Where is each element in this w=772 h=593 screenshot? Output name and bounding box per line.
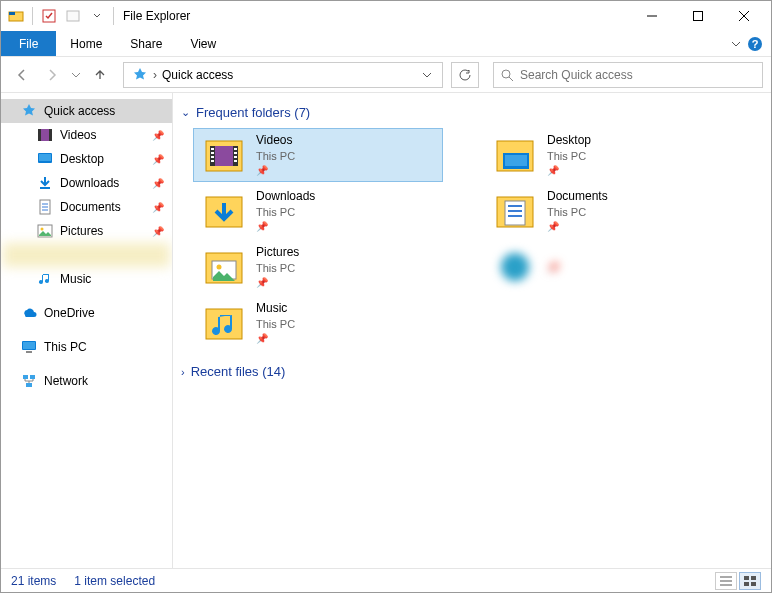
folder-icon (202, 190, 246, 232)
svg-text:?: ? (752, 38, 759, 50)
sidebar-item-redacted (3, 243, 170, 267)
pin-icon: 📌 (547, 220, 608, 233)
address-bar[interactable]: › Quick access (123, 62, 443, 88)
folder-location: This PC (256, 205, 315, 219)
status-bar: 21 items 1 item selected (1, 568, 771, 592)
svg-rect-44 (505, 155, 527, 166)
svg-rect-5 (694, 12, 703, 21)
sidebar-item-label: Quick access (44, 104, 115, 118)
sidebar-item-music[interactable]: Music (1, 267, 172, 291)
pin-icon: 📌 (152, 154, 164, 165)
recent-locations-button[interactable] (69, 62, 83, 88)
sidebar-item-desktop[interactable]: Desktop 📌 (1, 147, 172, 171)
svg-rect-1 (9, 12, 15, 15)
back-button[interactable] (9, 62, 35, 88)
folder-item[interactable]: VideosThis PC📌 (193, 128, 443, 182)
svg-rect-60 (751, 576, 756, 580)
folder-info: VideosThis PC📌 (256, 133, 295, 177)
sidebar-item-quick-access[interactable]: Quick access (1, 99, 172, 123)
folder-name: Desktop (547, 133, 591, 149)
address-dropdown-icon[interactable] (416, 64, 438, 86)
tab-file[interactable]: File (1, 31, 56, 56)
svg-point-53 (217, 265, 222, 270)
quick-access-star-icon (132, 67, 148, 83)
new-folder-icon[interactable] (62, 5, 84, 27)
up-button[interactable] (87, 62, 113, 88)
folder-name: Videos (256, 133, 295, 149)
folder-icon (202, 134, 246, 176)
folder-item[interactable]: DownloadsThis PC📌 (193, 184, 443, 238)
breadcrumb[interactable]: › Quick access (128, 67, 237, 83)
folder-item[interactable]: DesktopThis PC📌 (484, 128, 734, 182)
tab-view[interactable]: View (176, 31, 230, 56)
pin-icon: 📌 (547, 261, 559, 274)
window-controls (629, 1, 767, 31)
status-selected-count: 1 item selected (74, 574, 155, 588)
large-icons-view-button[interactable] (739, 572, 761, 590)
refresh-button[interactable] (451, 62, 479, 88)
folder-info: DownloadsThis PC📌 (256, 189, 315, 233)
forward-button[interactable] (39, 62, 65, 88)
folder-location: This PC (547, 149, 591, 163)
sidebar-item-network[interactable]: Network (1, 369, 172, 393)
network-icon (21, 373, 37, 389)
svg-rect-16 (39, 154, 51, 161)
folder-item[interactable]: PicturesThis PC📌 (193, 240, 443, 294)
sidebar-item-label: Pictures (60, 224, 103, 238)
chevron-right-icon: › (181, 366, 185, 378)
folder-location: This PC (256, 317, 295, 331)
maximize-button[interactable] (675, 1, 721, 31)
svg-point-10 (502, 70, 510, 78)
pin-icon: 📌 (152, 178, 164, 189)
onedrive-icon (21, 305, 37, 321)
sidebar-item-onedrive[interactable]: OneDrive (1, 301, 172, 325)
search-box[interactable] (493, 62, 763, 88)
svg-rect-28 (30, 375, 35, 379)
pin-icon: 📌 (256, 164, 295, 177)
group-label: Frequent folders (7) (196, 105, 310, 120)
group-frequent-folders[interactable]: ⌄ Frequent folders (7) (175, 101, 769, 124)
content-pane: ⌄ Frequent folders (7) VideosThis PC📌Des… (173, 93, 771, 568)
ribbon-expand-icon[interactable] (731, 39, 741, 49)
folder-name: Pictures (256, 245, 299, 261)
minimize-button[interactable] (629, 1, 675, 31)
music-icon (37, 271, 53, 287)
folder-item[interactable]: 📌 (484, 240, 734, 294)
folder-name: Documents (547, 189, 608, 205)
svg-rect-39 (234, 152, 237, 154)
folder-item[interactable]: MusicThis PC📌 (193, 296, 443, 350)
folder-name: Music (256, 301, 295, 317)
folder-item[interactable]: DocumentsThis PC📌 (484, 184, 734, 238)
pin-icon: 📌 (152, 226, 164, 237)
status-item-count: 21 items (11, 574, 56, 588)
separator (32, 7, 33, 25)
group-recent-files[interactable]: › Recent files (14) (175, 360, 769, 383)
qat-dropdown-icon[interactable] (86, 5, 108, 27)
separator (113, 7, 114, 25)
documents-icon (37, 199, 53, 215)
desktop-icon (37, 151, 53, 167)
svg-rect-34 (211, 148, 214, 150)
folder-grid: VideosThis PC📌DesktopThis PC📌DownloadsTh… (175, 124, 769, 360)
properties-icon[interactable] (38, 5, 60, 27)
search-input[interactable] (520, 68, 756, 82)
help-icon[interactable]: ? (747, 36, 763, 52)
videos-icon (37, 127, 53, 143)
folder-icon (493, 246, 537, 288)
tab-home[interactable]: Home (56, 31, 116, 56)
ribbon-right: ? (723, 31, 771, 56)
body: Quick access Videos 📌 Desktop 📌 Download… (1, 93, 771, 568)
sidebar-item-documents[interactable]: Documents 📌 (1, 195, 172, 219)
svg-rect-40 (234, 156, 237, 158)
sidebar-item-downloads[interactable]: Downloads 📌 (1, 171, 172, 195)
sidebar-item-pictures[interactable]: Pictures 📌 (1, 219, 172, 243)
close-button[interactable] (721, 1, 767, 31)
folder-location: This PC (256, 261, 299, 275)
navigation-pane: Quick access Videos 📌 Desktop 📌 Download… (1, 93, 173, 568)
details-view-button[interactable] (715, 572, 737, 590)
tab-share[interactable]: Share (116, 31, 176, 56)
folder-info: PicturesThis PC📌 (256, 245, 299, 289)
sidebar-item-videos[interactable]: Videos 📌 (1, 123, 172, 147)
svg-rect-38 (234, 148, 237, 150)
sidebar-item-this-pc[interactable]: This PC (1, 335, 172, 359)
